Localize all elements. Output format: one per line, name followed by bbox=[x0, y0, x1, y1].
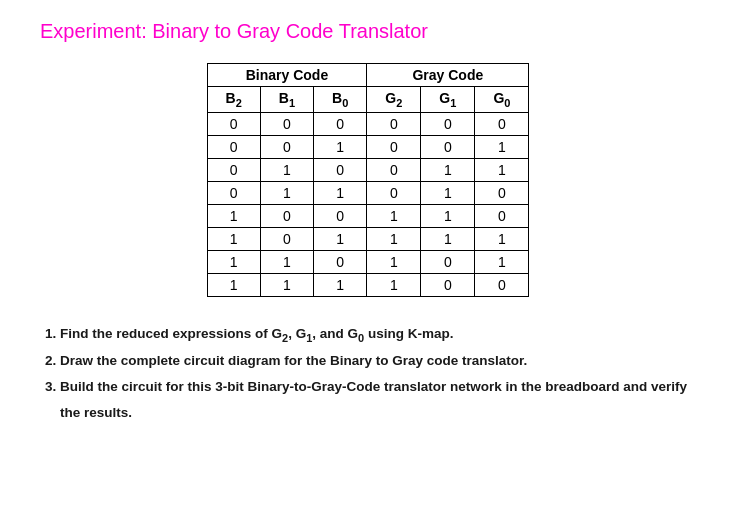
table-cell: 0 bbox=[367, 181, 421, 204]
table-row: 101111 bbox=[207, 227, 529, 250]
table-cell: 0 bbox=[475, 112, 529, 135]
table-cell: 0 bbox=[260, 112, 313, 135]
table-cell: 0 bbox=[260, 204, 313, 227]
page-title: Experiment: Binary to Gray Code Translat… bbox=[40, 20, 696, 43]
table-cell: 0 bbox=[207, 135, 260, 158]
table-cell: 1 bbox=[367, 204, 421, 227]
table-row: 111100 bbox=[207, 273, 529, 296]
table-cell: 1 bbox=[207, 250, 260, 273]
table-cell: 0 bbox=[475, 204, 529, 227]
table-cell: 1 bbox=[475, 158, 529, 181]
table-cell: 0 bbox=[207, 158, 260, 181]
gray-code-header: Gray Code bbox=[367, 64, 529, 87]
table-cell: 0 bbox=[367, 158, 421, 181]
table-cell: 0 bbox=[421, 112, 475, 135]
instruction-3: Build the circuit for this 3-bit Binary-… bbox=[60, 374, 696, 425]
table-cell: 0 bbox=[475, 181, 529, 204]
table-cell: 1 bbox=[421, 181, 475, 204]
table-cell: 1 bbox=[314, 135, 367, 158]
table-row: 100110 bbox=[207, 204, 529, 227]
col-g2: G2 bbox=[367, 87, 421, 113]
col-b0: B0 bbox=[314, 87, 367, 113]
table-cell: 1 bbox=[367, 250, 421, 273]
table-cell: 0 bbox=[207, 112, 260, 135]
col-b1: B1 bbox=[260, 87, 313, 113]
col-g1: G1 bbox=[421, 87, 475, 113]
table-row: 010011 bbox=[207, 158, 529, 181]
instructions-list: Find the reduced expressions of G2, G1, … bbox=[40, 321, 696, 426]
table-cell: 1 bbox=[314, 227, 367, 250]
instruction-1: Find the reduced expressions of G2, G1, … bbox=[60, 321, 696, 349]
table-cell: 1 bbox=[260, 158, 313, 181]
table-cell: 1 bbox=[421, 158, 475, 181]
table-cell: 0 bbox=[314, 250, 367, 273]
table-cell: 1 bbox=[314, 181, 367, 204]
table-row: 110101 bbox=[207, 250, 529, 273]
instruction-2: Draw the complete circuit diagram for th… bbox=[60, 348, 696, 374]
table-cell: 0 bbox=[421, 273, 475, 296]
truth-table: Binary Code Gray Code B2 B1 B0 G2 G1 G0 … bbox=[207, 63, 530, 297]
table-cell: 1 bbox=[367, 227, 421, 250]
table-cell: 0 bbox=[367, 112, 421, 135]
table-cell: 1 bbox=[260, 273, 313, 296]
table-cell: 1 bbox=[207, 204, 260, 227]
table-cell: 0 bbox=[314, 112, 367, 135]
table-row: 000000 bbox=[207, 112, 529, 135]
table-cell: 1 bbox=[475, 250, 529, 273]
table-cell: 1 bbox=[207, 273, 260, 296]
table-cell: 1 bbox=[260, 181, 313, 204]
table-cell: 1 bbox=[475, 227, 529, 250]
table-row: 011010 bbox=[207, 181, 529, 204]
table-cell: 0 bbox=[207, 181, 260, 204]
table-cell: 0 bbox=[475, 273, 529, 296]
col-g0: G0 bbox=[475, 87, 529, 113]
table-cell: 1 bbox=[421, 227, 475, 250]
table-cell: 0 bbox=[260, 227, 313, 250]
table-cell: 0 bbox=[314, 158, 367, 181]
table-body: 0000000010010100110110101001101011111101… bbox=[207, 112, 529, 296]
table-cell: 0 bbox=[314, 204, 367, 227]
table-cell: 0 bbox=[421, 250, 475, 273]
truth-table-container: Binary Code Gray Code B2 B1 B0 G2 G1 G0 … bbox=[40, 63, 696, 297]
table-cell: 1 bbox=[475, 135, 529, 158]
table-cell: 0 bbox=[367, 135, 421, 158]
table-cell: 0 bbox=[260, 135, 313, 158]
col-b2: B2 bbox=[207, 87, 260, 113]
table-row: 001001 bbox=[207, 135, 529, 158]
table-cell: 1 bbox=[367, 273, 421, 296]
table-cell: 1 bbox=[207, 227, 260, 250]
table-cell: 1 bbox=[260, 250, 313, 273]
table-cell: 1 bbox=[421, 204, 475, 227]
binary-code-header: Binary Code bbox=[207, 64, 367, 87]
table-cell: 0 bbox=[421, 135, 475, 158]
table-cell: 1 bbox=[314, 273, 367, 296]
